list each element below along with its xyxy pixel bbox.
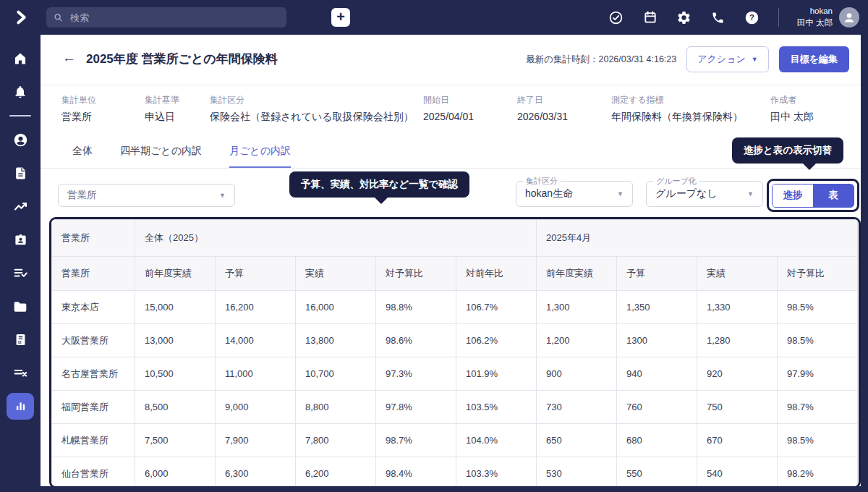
home-icon xyxy=(13,51,27,66)
grouping-filter-value: グループなし xyxy=(655,187,718,200)
sidebar-item-ledger[interactable] xyxy=(7,326,34,353)
performance-icon xyxy=(13,199,28,214)
calendar-icon[interactable] xyxy=(642,9,658,25)
value-cell: 16,200 xyxy=(216,291,296,324)
search-icon xyxy=(54,12,63,22)
view-toggle: 進捗 表 xyxy=(772,184,854,208)
action-button-label: アクション xyxy=(697,53,746,66)
value-cell: 13,800 xyxy=(296,324,376,357)
value-cell: 730 xyxy=(537,391,617,424)
table-group-header: 全体（2025） xyxy=(135,220,537,257)
value-cell: 98.5% xyxy=(778,291,858,324)
office-cell: 札幌営業所 xyxy=(52,424,135,457)
tab-quarterly[interactable]: 四半期ごとの内訳 xyxy=(120,145,202,168)
tab-monthly[interactable]: 月ごとの内訳 xyxy=(229,145,291,168)
sidebar-item-folders[interactable] xyxy=(7,293,34,320)
value-cell: 7,800 xyxy=(296,424,376,457)
meta-label: 集計基準 xyxy=(145,94,210,106)
meta-value: 保険会社（登録されている取扱保険会社別） xyxy=(210,111,423,124)
value-cell: 103.5% xyxy=(456,391,537,424)
table-row: 福岡営業所8,5009,0008,80097.8%103.5%730760750… xyxy=(52,391,858,424)
phone-icon[interactable] xyxy=(710,9,726,25)
value-cell: 7,900 xyxy=(216,424,296,457)
gear-icon[interactable] xyxy=(676,9,692,25)
global-search[interactable] xyxy=(46,7,286,27)
sidebar-item-notifications[interactable] xyxy=(7,78,34,105)
contacts-icon xyxy=(13,132,28,148)
meta-value: 2025/04/01 xyxy=(423,111,517,122)
table-column-header: 実績 xyxy=(296,257,376,291)
value-cell: 940 xyxy=(617,357,697,391)
office-cell: 福岡営業所 xyxy=(52,391,135,424)
avatar[interactable] xyxy=(839,7,859,27)
user-menu[interactable]: hokan 田中 太郎 xyxy=(797,6,859,28)
grouping-filter-dropdown[interactable]: グループ化 グループなし ▼ xyxy=(646,181,763,207)
meta-field: 集計単位営業所 xyxy=(61,94,145,124)
edit-goal-button[interactable]: 目標を編集 xyxy=(779,46,849,72)
folders-icon xyxy=(13,300,27,314)
toggle-table-button[interactable]: 表 xyxy=(813,184,854,207)
check-circle-icon[interactable] xyxy=(608,9,624,25)
sidebar-nav xyxy=(0,35,41,492)
value-cell: 1,330 xyxy=(697,291,778,324)
meta-label: 集計単位 xyxy=(61,94,145,106)
sidebar-item-tasks-done[interactable] xyxy=(7,260,34,287)
app-logo[interactable] xyxy=(10,6,33,29)
chevron-down-icon: ▼ xyxy=(617,190,624,198)
meta-value: 田中 太郎 xyxy=(770,111,814,124)
user-name: 田中 太郎 xyxy=(797,17,833,29)
value-cell: 8,800 xyxy=(296,391,376,424)
table-column-header: 営業所 xyxy=(52,257,135,291)
sidebar-item-tasks-cancel[interactable] xyxy=(7,360,34,386)
back-button[interactable]: ← xyxy=(62,50,76,66)
sidebar-item-analytics[interactable] xyxy=(7,393,34,420)
value-cell: 98.5% xyxy=(778,424,858,457)
svg-text:?: ? xyxy=(749,13,754,22)
value-cell: 530 xyxy=(537,457,617,487)
analytics-icon xyxy=(13,399,28,414)
last-aggregated-timestamp: 最新の集計時刻：2026/03/31 4:16:23 xyxy=(526,54,676,66)
page-title: 2025年度 営業所ごとの年間保険料 xyxy=(86,51,278,67)
meta-label: 測定する指標 xyxy=(611,94,770,106)
table-group-header: 2025年4月 xyxy=(537,220,858,257)
customer-card-icon xyxy=(14,233,27,247)
value-cell: 920 xyxy=(697,357,778,391)
value-cell: 13,000 xyxy=(135,324,216,357)
meta-value: 申込日 xyxy=(145,111,210,124)
meta-value: 2026/03/31 xyxy=(517,111,611,122)
ledger-icon xyxy=(14,333,27,347)
value-cell: 1300 xyxy=(617,324,697,357)
value-cell: 8,500 xyxy=(135,391,216,424)
value-cell: 106.2% xyxy=(456,324,537,357)
toggle-progress-button[interactable]: 進捗 xyxy=(773,184,813,207)
table-row: 仙台営業所6,0006,3006,20098.4%103.3%530550540… xyxy=(52,457,858,487)
table-column-header: 対予算比 xyxy=(376,257,456,291)
meta-field: 集計基準申込日 xyxy=(145,94,210,124)
value-cell: 98.7% xyxy=(778,391,858,424)
tab-overall[interactable]: 全体 xyxy=(72,145,93,168)
report-meta: 集計単位営業所 集計基準申込日 集計区分保険会社（登録されている取扱保険会社別）… xyxy=(61,94,861,124)
value-cell: 106.7% xyxy=(456,291,537,324)
sidebar-item-customer-card[interactable] xyxy=(7,226,34,253)
office-filter-value: 営業所 xyxy=(67,189,97,202)
table-row: 札幌営業所7,5007,9007,80098.7%104.0%650680670… xyxy=(52,424,858,457)
add-button[interactable]: + xyxy=(331,8,350,27)
office-filter-dropdown[interactable]: 営業所 ▼ xyxy=(58,184,235,207)
table-column-header: 対前年比 xyxy=(456,257,537,291)
action-button[interactable]: アクション ▼ xyxy=(686,46,768,72)
value-cell: 98.2% xyxy=(778,457,858,487)
sidebar-item-home[interactable] xyxy=(7,45,34,72)
value-cell: 6,200 xyxy=(296,457,376,487)
value-cell: 101.9% xyxy=(456,357,537,391)
search-input[interactable] xyxy=(69,12,279,24)
sidebar-item-performance[interactable] xyxy=(7,193,34,220)
sidebar-item-contacts[interactable] xyxy=(7,127,34,153)
table-column-header: 対予算比 xyxy=(778,257,858,291)
value-cell: 97.8% xyxy=(376,391,456,424)
help-icon[interactable]: ? xyxy=(744,9,760,25)
sidebar-item-documents[interactable] xyxy=(7,160,34,187)
value-cell: 1,280 xyxy=(697,324,778,357)
value-cell: 98.6% xyxy=(376,324,456,357)
category-filter-dropdown[interactable]: 集計区分 hokan生命 ▼ xyxy=(516,181,633,207)
value-cell: 98.4% xyxy=(376,457,456,487)
